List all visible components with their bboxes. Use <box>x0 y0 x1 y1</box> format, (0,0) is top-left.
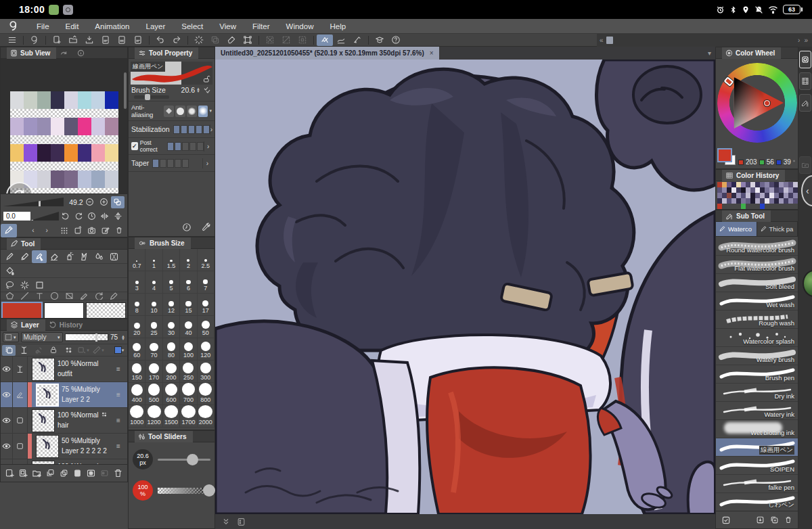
layer-visibility-eye-icon[interactable] <box>1 434 13 459</box>
history-swatch[interactable] <box>793 198 798 204</box>
layer-visibility-eye-icon[interactable] <box>1 382 13 407</box>
eraser-tool-button[interactable] <box>47 250 62 263</box>
canvas-options-icon[interactable] <box>237 518 246 526</box>
brush-size-preset-4[interactable]: 4 <box>145 271 162 294</box>
transform-icon[interactable] <box>240 34 256 46</box>
sub-tool-tab-thick-pa[interactable]: Thick pa <box>757 222 798 236</box>
history-swatch[interactable] <box>736 193 741 198</box>
blend-mode-dropdown[interactable]: Multiply▾ <box>21 332 63 342</box>
brush-size-preset-2.5[interactable]: 2.5 <box>198 249 215 271</box>
color-mode-toggle-icon[interactable] <box>793 156 795 166</box>
snap-to-grid-icon[interactable] <box>349 34 365 46</box>
level-block[interactable] <box>181 125 187 134</box>
sub-tool-item-じわペン[interactable]: じわペン <box>716 493 798 511</box>
lock-layer-button[interactable] <box>47 345 60 356</box>
layer-tool-icon[interactable] <box>13 356 28 382</box>
history-swatch[interactable] <box>784 198 788 204</box>
history-swatch[interactable] <box>755 187 760 193</box>
sub-tool-item-dry-ink[interactable]: Dry ink <box>716 384 798 402</box>
history-swatch[interactable] <box>731 193 736 198</box>
history-swatch[interactable] <box>788 204 793 209</box>
history-swatch[interactable] <box>774 193 779 198</box>
brush-size-preset-70[interactable]: 70 <box>145 338 162 361</box>
layer-kind-dropdown[interactable]: ▾ <box>3 332 19 342</box>
brush-size-preset-60[interactable]: 60 <box>129 338 145 361</box>
post-correction-checkbox[interactable]: ✓ <box>131 142 138 150</box>
brush-size-preset-8[interactable]: 8 <box>129 294 145 316</box>
history-swatch[interactable] <box>760 187 765 193</box>
clear-reference-button[interactable] <box>112 225 126 237</box>
layer-row[interactable]: 100 %Normal≡ <box>1 459 127 464</box>
liquify-tool-button[interactable] <box>106 250 121 263</box>
eyedropper-mode-button[interactable] <box>1 224 17 237</box>
history-swatch[interactable] <box>769 204 774 209</box>
enable-mask-button[interactable] <box>17 345 30 356</box>
layer-visibility-eye-icon[interactable] <box>1 459 13 464</box>
layer-tool-icon[interactable] <box>13 459 28 464</box>
history-swatch[interactable] <box>765 187 769 193</box>
history-swatch[interactable] <box>717 198 722 204</box>
history-swatch[interactable] <box>774 198 779 204</box>
history-swatch[interactable] <box>779 204 784 209</box>
new-folder-icon[interactable] <box>32 467 43 480</box>
history-swatch[interactable] <box>760 182 765 187</box>
aa-medium-button[interactable] <box>187 106 197 117</box>
copy-icon[interactable] <box>207 34 223 46</box>
history-swatch[interactable] <box>727 204 731 209</box>
opacity-slider[interactable] <box>158 484 210 497</box>
hamburger-icon[interactable] <box>4 34 20 46</box>
brush-size-mini-slider[interactable] <box>134 95 169 99</box>
rotate-tool-button[interactable] <box>91 292 106 300</box>
transparent-color-swatch[interactable] <box>86 302 126 319</box>
clip-studio-logo-icon[interactable] <box>8 20 19 32</box>
wrench-settings-icon[interactable] <box>201 223 210 232</box>
sub-tool-item-watery-ink[interactable]: Watery ink <box>716 402 798 420</box>
brush-size-preset-400[interactable]: 400 <box>129 383 145 405</box>
color-panel-strip-button[interactable] <box>799 51 811 68</box>
history-swatch[interactable] <box>779 182 784 187</box>
sub-tool-item-rough-wash[interactable]: Rough wash <box>716 310 798 329</box>
menu-window[interactable]: Window <box>278 22 322 30</box>
brush-size-value[interactable]: 20.6 <box>181 86 195 94</box>
new-paper-layer-icon[interactable] <box>18 467 29 480</box>
blend-tool-button[interactable] <box>91 250 106 263</box>
level-block[interactable] <box>196 125 202 134</box>
tab-navigator[interactable] <box>56 47 74 59</box>
history-swatch[interactable] <box>746 198 750 204</box>
menu-animation[interactable]: Animation <box>87 22 137 30</box>
brush-size-preset-5[interactable]: 5 <box>163 271 180 294</box>
brush-size-preset-1200[interactable]: 1200 <box>145 405 162 428</box>
history-swatch[interactable] <box>755 198 760 204</box>
menu-filter[interactable]: Filter <box>244 22 278 30</box>
lasso-tool-button[interactable] <box>2 279 17 292</box>
tab-tool[interactable]: Tool <box>7 238 41 250</box>
airbrush-tool-button[interactable] <box>62 250 76 263</box>
canvas-tab-close[interactable]: × <box>430 49 434 57</box>
layer-drag-handle[interactable]: ≡ <box>116 356 127 382</box>
sub-tool-item-線画用ペン[interactable]: 線画用ペン <box>716 438 798 457</box>
flip-vertical-button[interactable] <box>112 210 125 223</box>
history-swatch[interactable] <box>741 198 746 204</box>
new-file-icon[interactable] <box>49 34 65 46</box>
layer-drag-handle[interactable]: ≡ <box>116 382 127 407</box>
export-png-icon[interactable] <box>114 34 130 46</box>
sub-tool-item-watery-brush[interactable]: Watery brush <box>716 347 798 365</box>
pen-cursor-tool-button[interactable] <box>32 250 47 263</box>
history-swatch[interactable] <box>731 187 736 193</box>
history-swatch[interactable] <box>750 204 755 209</box>
ruler-options-button[interactable]: ▾ <box>91 345 105 356</box>
history-swatch[interactable] <box>717 204 722 209</box>
duplicate-sub-tool-icon[interactable] <box>770 515 779 524</box>
gradient-tool-button[interactable] <box>32 279 47 292</box>
brush-size-preset-250[interactable]: 250 <box>180 361 197 383</box>
history-swatch[interactable] <box>727 198 731 204</box>
history-swatch[interactable] <box>736 182 741 187</box>
history-swatch[interactable] <box>793 193 798 198</box>
history-swatch[interactable] <box>765 204 769 209</box>
post-correction-expand-button[interactable]: › <box>204 141 212 152</box>
brush-size-preset-6[interactable]: 6 <box>180 271 197 294</box>
history-swatch[interactable] <box>774 204 779 209</box>
history-swatch[interactable] <box>769 182 774 187</box>
lock-mask-button[interactable] <box>32 345 45 356</box>
reference-layer-button[interactable] <box>62 345 75 356</box>
